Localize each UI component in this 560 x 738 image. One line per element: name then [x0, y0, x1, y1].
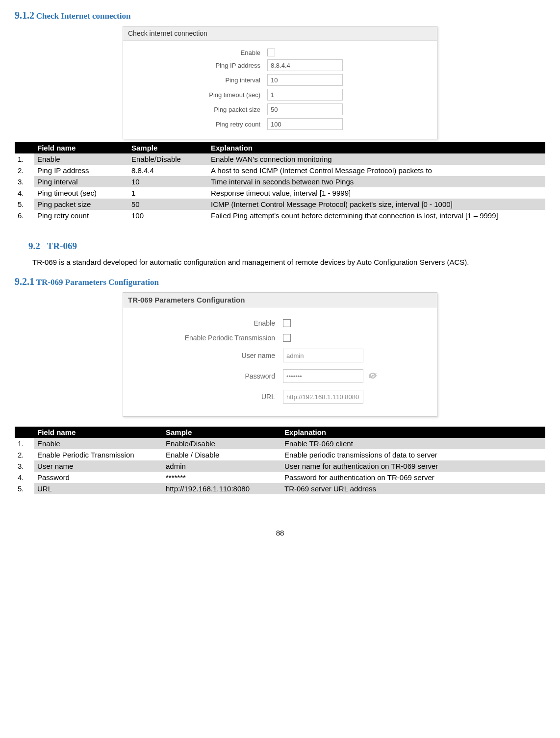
eye-icon[interactable]	[368, 372, 377, 381]
cell-expl: User name for authentication on TR-069 s…	[281, 460, 545, 472]
panel-check-internet-title: Check internet connection	[123, 26, 437, 41]
th-field: Field name	[34, 142, 128, 153]
row-tr069-url: URL	[128, 390, 432, 404]
panel-check-internet: Check internet connection Enable Ping IP…	[123, 26, 437, 139]
checkbox-enable[interactable]	[267, 49, 275, 56]
label-ping-packet: Ping packet size	[128, 106, 267, 113]
cell-field: Ping interval	[34, 176, 128, 187]
input-ping-ip[interactable]	[267, 59, 343, 71]
heading-92-title: TR-069	[47, 241, 77, 251]
row-enable: Enable	[128, 49, 432, 56]
panel-check-internet-body: Enable Ping IP address Ping interval Pin…	[123, 41, 437, 139]
row-ping-packet: Ping packet size	[128, 103, 432, 115]
label-ping-timeout: Ping timeout (sec)	[128, 91, 267, 99]
label-enable: Enable	[128, 49, 267, 56]
cell-num: 4.	[15, 187, 34, 199]
table-row: 2. Enable Periodic Transmission Enable /…	[15, 449, 545, 460]
table-tr069: Field name Sample Explanation 1. Enable …	[15, 427, 545, 494]
cell-expl: TR-069 server URL address	[281, 483, 545, 494]
cell-sample: Enable/Disable	[128, 153, 208, 165]
input-tr069-url[interactable]	[283, 390, 363, 404]
row-ping-ip: Ping IP address	[128, 59, 432, 71]
cell-expl: Enable periodic transmissions of data to…	[281, 449, 545, 460]
label-tr069-user: User name	[128, 352, 283, 359]
table-row: 2. Ping IP address 8.8.4.4 A host to sen…	[15, 165, 545, 176]
cell-field: Enable	[34, 438, 163, 449]
cell-sample: 10	[128, 176, 208, 187]
heading-912-num: 9.1.2	[15, 10, 34, 21]
cell-expl: Time interval in seconds between two Pin…	[208, 176, 545, 187]
th-field: Field name	[34, 427, 163, 438]
cell-field: User name	[34, 460, 163, 472]
cell-num: 5.	[15, 483, 34, 494]
th-expl: Explanation	[281, 427, 545, 438]
cell-expl: ICMP (Internet Control Message Protocol)…	[208, 199, 545, 210]
input-tr069-pass[interactable]	[283, 369, 363, 383]
th-blank	[15, 427, 34, 438]
cell-num: 2.	[15, 165, 34, 176]
row-ping-interval: Ping interval	[128, 74, 432, 86]
table-row: 3. Ping interval 10 Time interval in sec…	[15, 176, 545, 187]
input-tr069-user[interactable]	[283, 349, 363, 362]
row-ping-timeout: Ping timeout (sec)	[128, 89, 432, 101]
table-row: 4. Password ******* Password for authent…	[15, 472, 545, 483]
label-tr069-periodic: Enable Periodic Transmission	[128, 334, 283, 342]
row-ping-retry: Ping retry count	[128, 118, 432, 130]
th-blank	[15, 142, 34, 153]
cell-sample: 1	[128, 187, 208, 199]
cell-sample: *******	[163, 472, 281, 483]
label-ping-interval: Ping interval	[128, 76, 267, 84]
table-row: 4. Ping timeout (sec) 1 Response timeout…	[15, 187, 545, 199]
heading-921-num: 9.2.1	[15, 276, 34, 287]
th-expl: Explanation	[208, 142, 545, 153]
input-ping-timeout[interactable]	[267, 89, 343, 101]
cell-field: URL	[34, 483, 163, 494]
cell-sample: 50	[128, 199, 208, 210]
table-check-internet: Field name Sample Explanation 1. Enable …	[15, 142, 545, 221]
table-row: 5. URL http://192.168.1.110:8080 TR-069 …	[15, 483, 545, 494]
table-row: 6. Ping retry count 100 Failed Ping atte…	[15, 210, 545, 221]
heading-921: 9.2.1 TR-069 Parameters Configuration	[15, 276, 545, 287]
row-tr069-user: User name	[128, 349, 432, 362]
cell-field: Ping IP address	[34, 165, 128, 176]
table-row: 5. Ping packet size 50 ICMP (Internet Co…	[15, 199, 545, 210]
heading-92-num: 9.2	[28, 241, 40, 251]
cell-num: 6.	[15, 210, 34, 221]
cell-num: 5.	[15, 199, 34, 210]
cell-num: 1.	[15, 153, 34, 165]
cell-num: 2.	[15, 449, 34, 460]
cell-expl: Enable WAN's connection monitoring	[208, 153, 545, 165]
cell-sample: 8.8.4.4	[128, 165, 208, 176]
table-row: 3. User name admin User name for authent…	[15, 460, 545, 472]
checkbox-tr069-periodic[interactable]	[283, 334, 291, 342]
label-tr069-enable: Enable	[128, 319, 283, 327]
checkbox-tr069-enable[interactable]	[283, 319, 291, 327]
input-ping-packet[interactable]	[267, 103, 343, 115]
input-ping-retry[interactable]	[267, 118, 343, 130]
heading-912: 9.1.2 Check Internet connection	[15, 10, 545, 21]
cell-sample: Enable/Disable	[163, 438, 281, 449]
label-ping-retry: Ping retry count	[128, 121, 267, 128]
cell-expl: Failed Ping attempt's count before deter…	[208, 210, 545, 221]
label-ping-ip: Ping IP address	[128, 62, 267, 69]
cell-field: Enable	[34, 153, 128, 165]
row-tr069-pass: Password	[128, 369, 432, 383]
input-ping-interval[interactable]	[267, 74, 343, 86]
cell-field: Ping retry count	[34, 210, 128, 221]
cell-sample: http://192.168.1.110:8080	[163, 483, 281, 494]
cell-num: 3.	[15, 176, 34, 187]
cell-expl: Response timeout value, interval [1 - 99…	[208, 187, 545, 199]
cell-num: 1.	[15, 438, 34, 449]
cell-sample: 100	[128, 210, 208, 221]
cell-num: 4.	[15, 472, 34, 483]
cell-sample: Enable / Disable	[163, 449, 281, 460]
row-tr069-enable: Enable	[128, 319, 432, 327]
heading-92: 9.2 TR-069	[28, 241, 545, 252]
cell-expl: A host to send ICMP (Internet Control Me…	[208, 165, 545, 176]
cell-expl: Enable TR-069 client	[281, 438, 545, 449]
label-tr069-pass: Password	[128, 372, 283, 380]
th-sample: Sample	[163, 427, 281, 438]
cell-field: Ping packet size	[34, 199, 128, 210]
cell-field: Ping timeout (sec)	[34, 187, 128, 199]
table-row: 1. Enable Enable/Disable Enable WAN's co…	[15, 153, 545, 165]
